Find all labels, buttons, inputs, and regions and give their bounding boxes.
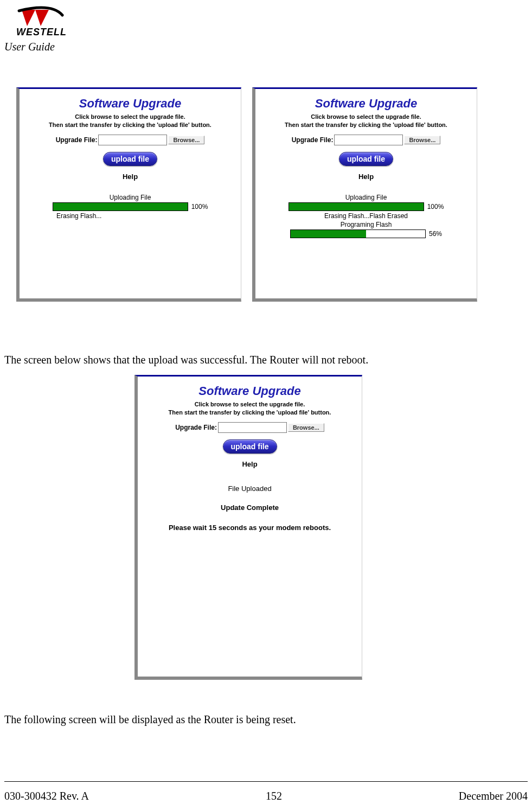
- upgrade-file-input[interactable]: [218, 422, 287, 433]
- footer: 030-300432 Rev. A 152 December 2004: [4, 790, 528, 802]
- panel-title: Software Upgrade: [148, 384, 352, 398]
- panel-instructions: Click browse to select the upgrade file.…: [29, 113, 231, 129]
- uploading-progress-fill: [53, 203, 188, 211]
- upgrade-file-input[interactable]: [334, 135, 403, 145]
- status-please-wait: Please wait 15 seconds as your modem reb…: [148, 524, 352, 532]
- uploading-progress-fill: [289, 203, 424, 211]
- upgrade-file-label: Upgrade File:: [175, 424, 217, 431]
- programming-progress-bar: [290, 229, 426, 238]
- help-link[interactable]: Help: [148, 460, 352, 468]
- upload-file-button[interactable]: upload file: [103, 152, 157, 166]
- programming-label: Programing Flash: [265, 221, 467, 228]
- upgrade-file-label: Upgrade File:: [56, 136, 98, 144]
- header-subtitle: User Guide: [4, 41, 55, 53]
- upload-file-button[interactable]: upload file: [339, 152, 393, 166]
- uploading-progress-pct: 100%: [427, 203, 444, 211]
- westell-logo-icon: WESTELL: [16, 5, 87, 38]
- browse-button[interactable]: Browse...: [404, 136, 440, 144]
- upload-file-button[interactable]: upload file: [223, 439, 277, 454]
- upgrade-file-label: Upgrade File:: [292, 136, 334, 144]
- footer-date: December 2004: [459, 790, 528, 802]
- screenshot-panel-complete: Software Upgrade Click browse to select …: [134, 375, 362, 680]
- uploading-progress-bar: [53, 202, 188, 211]
- upgrade-file-input[interactable]: [98, 135, 167, 145]
- browse-button[interactable]: Browse...: [168, 136, 204, 144]
- brand-logo: WESTELL: [16, 5, 87, 38]
- upgrade-file-row: Upgrade File: Browse...: [29, 135, 231, 145]
- panel-instructions: Click browse to select the upgrade file.…: [148, 400, 352, 417]
- footer-page-number: 152: [266, 790, 282, 802]
- progress-section: Uploading File 100% Erasing Flash...Flas…: [265, 194, 467, 238]
- uploading-progress-bar: [289, 202, 424, 211]
- help-link[interactable]: Help: [265, 173, 467, 181]
- paragraph-success: The screen below shows that the upload w…: [4, 354, 368, 366]
- screenshot-panel-programming: Software Upgrade Click browse to select …: [252, 87, 477, 302]
- brand-text: WESTELL: [16, 27, 67, 37]
- status-update-complete: Update Complete: [148, 503, 352, 512]
- upgrade-file-row: Upgrade File: Browse...: [265, 135, 467, 145]
- status-text: Erasing Flash...Flash Erased: [265, 212, 467, 220]
- footer-doc-ref: 030-300432 Rev. A: [4, 790, 89, 802]
- footer-rule: [4, 781, 528, 782]
- panel-title: Software Upgrade: [265, 97, 467, 111]
- status-text: Erasing Flash...: [56, 212, 231, 220]
- uploading-label: Uploading File: [29, 194, 231, 201]
- progress-section: Uploading File 100% Erasing Flash...: [29, 194, 231, 220]
- uploading-progress-pct: 100%: [191, 203, 208, 211]
- page: WESTELL User Guide Software Upgrade Clic…: [0, 0, 532, 810]
- status-file-uploaded: File Uploaded: [148, 484, 352, 493]
- programming-progress-fill: [291, 230, 366, 238]
- help-link[interactable]: Help: [29, 173, 231, 181]
- browse-button[interactable]: Browse...: [288, 423, 324, 432]
- screenshot-panel-uploading: Software Upgrade Click browse to select …: [16, 87, 241, 302]
- panel-title: Software Upgrade: [29, 97, 231, 111]
- uploading-label: Uploading File: [265, 194, 467, 201]
- panel-instructions: Click browse to select the upgrade file.…: [265, 113, 467, 129]
- upgrade-file-row: Upgrade File: Browse...: [148, 422, 352, 433]
- paragraph-reset: The following screen will be displayed a…: [4, 713, 296, 726]
- programming-progress-pct: 56%: [429, 230, 442, 238]
